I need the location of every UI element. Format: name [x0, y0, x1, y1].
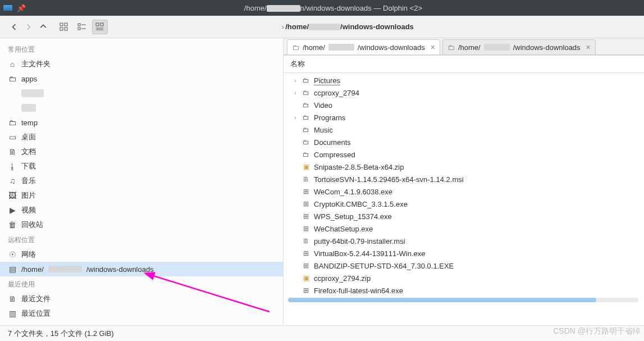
sidebar-item-documents[interactable]: 🗎文档	[0, 144, 283, 159]
chevron-right-icon[interactable]: ›	[293, 78, 298, 84]
file-name: putty-64bit-0.79-installer.msi	[314, 237, 405, 245]
sidebar-item-apps[interactable]: 🗀apps	[0, 71, 283, 86]
file-name: Programs	[314, 113, 345, 122]
chevron-right-icon[interactable]: ›	[293, 115, 298, 121]
column-header-name[interactable]: 名称	[284, 55, 644, 73]
svg-rect-9	[101, 23, 103, 26]
folder-icon	[8, 89, 17, 98]
file-row[interactable]: ⊞Firefox-full-latest-win64.exe	[284, 284, 644, 297]
file-row[interactable]: 🗀Music	[284, 124, 644, 136]
file-row[interactable]: 🗎TortoiseSVN-1.14.5.29465-x64-svn-1.14.2…	[284, 173, 644, 185]
file-row[interactable]: ›🗀ccproxy_2794	[284, 87, 644, 99]
view-details-button[interactable]	[92, 20, 108, 34]
tab-2[interactable]: 🗀 /home//windows-downloads ×	[442, 39, 596, 54]
sidebar-item-recent-locations[interactable]: ▥最近位置	[0, 306, 283, 321]
exe-icon: ⊞	[302, 212, 310, 220]
sidebar-group-places: 常用位置	[0, 42, 283, 57]
forward-button[interactable]	[22, 21, 35, 33]
sidebar-item-trash[interactable]: 🗑回收站	[0, 217, 283, 232]
file-list: 名称 ›🗀Pictures›🗀ccproxy_2794🗀Video›🗀Progr…	[284, 55, 644, 325]
zip-icon: ▣	[302, 274, 310, 282]
sidebar-item-recent-files[interactable]: 🗎最近文件	[0, 292, 283, 306]
file-row[interactable]: 🗎putty-64bit-0.79-installer.msi	[284, 235, 644, 247]
file-row[interactable]: ▣Snipaste-2.8.5-Beta-x64.zip	[284, 161, 644, 173]
download-icon: ⭳	[8, 162, 17, 171]
file-name: WeCom_4.1.9.6038.exe	[314, 188, 392, 196]
sidebar-item-blur2[interactable]	[0, 101, 283, 115]
sidebar-item-home[interactable]: ⌂主文件夹	[0, 57, 283, 71]
picture-icon: 🖼	[8, 191, 17, 200]
file-row[interactable]: 🗀Video	[284, 99, 644, 111]
music-icon: ♫	[8, 176, 17, 185]
sidebar-item-network[interactable]: ☉网络	[0, 247, 283, 262]
drive-icon: ▤	[8, 265, 17, 274]
file-name: Documents	[314, 138, 351, 147]
file-row[interactable]: ›🗀Pictures	[284, 74, 644, 87]
file-name: ccproxy_2794	[314, 89, 359, 97]
titlebar: 📌 /home/n/windows-downloads — Dolphin <2…	[0, 0, 644, 16]
file-name: ccproxy_2794.zip	[314, 274, 371, 283]
file-row[interactable]: ⊞WeChatSetup.exe	[284, 222, 644, 235]
file-row[interactable]: ⊞WeCom_4.1.9.6038.exe	[284, 185, 644, 198]
tab-label: /home/	[303, 43, 325, 52]
file-row[interactable]: ⊞VirtualBox-5.2.44-139111-Win.exe	[284, 247, 644, 260]
close-icon[interactable]: ×	[431, 43, 435, 52]
file-row[interactable]: ›🗀Programs	[284, 111, 644, 124]
exe-icon: ⊞	[302, 225, 310, 233]
exe-icon: ⊞	[302, 262, 310, 270]
file-row[interactable]: ▣ccproxy_2794.zip	[284, 272, 644, 284]
view-compact-button[interactable]	[74, 20, 90, 34]
exe-icon: ⊞	[302, 287, 310, 294]
file-row[interactable]: ⊞CryptoKit.CMBC_3.3.1.5.exe	[284, 198, 644, 210]
sidebar-item-videos[interactable]: ▶视频	[0, 203, 283, 217]
svg-rect-1	[65, 23, 67, 26]
view-icons-button[interactable]	[56, 20, 72, 34]
sidebar-item-desktop[interactable]: ▭桌面	[0, 130, 283, 144]
folder-icon: 🗀	[302, 151, 310, 158]
file-name: Video	[314, 101, 332, 110]
tab-1[interactable]: 🗀 /home//windows-downloads ×	[287, 39, 440, 54]
trash-icon: 🗑	[8, 220, 17, 229]
folder-icon: 🗀	[302, 101, 310, 109]
file-icon: 🗎	[302, 175, 310, 183]
folder-icon: 🗀	[8, 118, 17, 127]
file-icon: 🗎	[302, 237, 310, 245]
main-pane: 🗀 /home//windows-downloads × 🗀 /home//wi…	[284, 38, 644, 325]
status-bar: 7 个文件夹，15 个文件 (1.2 GiB)	[0, 325, 644, 341]
svg-rect-2	[60, 28, 63, 30]
zip-icon: ▣	[302, 163, 310, 171]
sidebar-item-blur1[interactable]	[0, 86, 283, 101]
file-name: TortoiseSVN-1.14.5.29465-x64-svn-1.14.2.…	[314, 175, 464, 184]
chevron-right-icon[interactable]: ›	[293, 90, 298, 96]
svg-rect-5	[78, 28, 80, 30]
close-icon[interactable]: ×	[586, 43, 591, 52]
folder-icon: 🗀	[8, 74, 17, 83]
sidebar-item-remote-path[interactable]: ▤/home//windows-downloads	[0, 262, 283, 276]
pin-icon[interactable]: 📌	[17, 4, 26, 12]
file-row[interactable]: ⊞WPS_Setup_15374.exe	[284, 210, 644, 222]
horizontal-scrollbar[interactable]	[288, 298, 638, 302]
exe-icon: ⊞	[302, 249, 310, 257]
sidebar-item-temp[interactable]: 🗀temp	[0, 115, 283, 130]
svg-rect-0	[60, 23, 63, 26]
file-row[interactable]: 🗀Documents	[284, 136, 644, 148]
file-name: BANDIZIP-SETUP-STD-X64_7.30.0.1.EXE	[314, 262, 454, 270]
breadcrumb[interactable]: › /home//windows-downloads	[281, 22, 414, 31]
sidebar-group-recent: 最近使用	[0, 276, 283, 292]
folder-icon: 🗀	[302, 138, 310, 146]
file-row[interactable]: 🗀Compressed	[284, 148, 644, 161]
back-button[interactable]	[8, 21, 20, 33]
sidebar-item-pictures[interactable]: 🖼图片	[0, 188, 283, 203]
up-button[interactable]	[37, 21, 49, 33]
window-title: /home/n/windows-downloads — Dolphin <2>	[26, 4, 641, 12]
folder-icon: 🗀	[447, 43, 455, 52]
network-icon: ☉	[8, 250, 17, 259]
svg-rect-4	[78, 24, 80, 26]
file-name: WeChatSetup.exe	[314, 225, 373, 233]
sidebar-item-music[interactable]: ♫音乐	[0, 174, 283, 188]
file-name: WPS_Setup_15374.exe	[314, 212, 392, 221]
app-icon	[3, 5, 12, 11]
sidebar-item-downloads[interactable]: ⭳下载	[0, 159, 283, 174]
file-row[interactable]: ⊞BANDIZIP-SETUP-STD-X64_7.30.0.1.EXE	[284, 260, 644, 272]
folder-icon: 🗀	[302, 113, 310, 121]
